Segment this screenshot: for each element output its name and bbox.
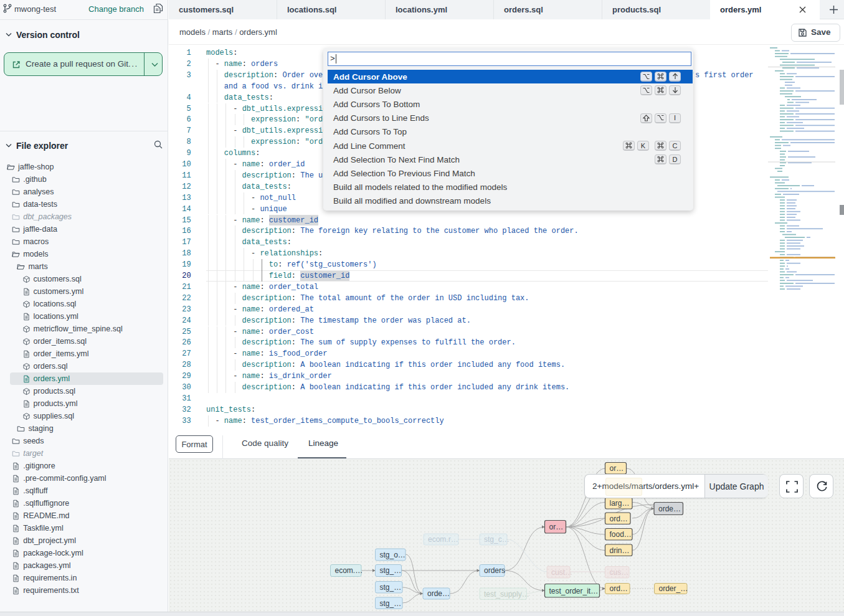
svg-text:orders: orders <box>484 566 505 575</box>
svg-text:larg…: larg… <box>610 499 630 508</box>
svg-text:test_order_it…: test_order_it… <box>549 587 599 595</box>
svg-text:ecom.r…: ecom.r… <box>428 535 458 544</box>
svg-text:or…: or… <box>610 464 624 473</box>
svg-text:stg_o…: stg_o… <box>380 551 405 559</box>
svg-text:stg_…: stg_… <box>380 599 402 608</box>
svg-text:stg_…: stg_… <box>380 583 402 592</box>
svg-text:stg_c…: stg_c… <box>484 535 510 544</box>
svg-text:ord…: ord… <box>610 584 628 593</box>
svg-text:test_supply…: test_supply… <box>484 590 529 599</box>
svg-text:ecom.…: ecom.… <box>335 566 363 575</box>
svg-text:order_…: order_… <box>659 584 688 593</box>
svg-text:orde…: orde… <box>427 589 450 598</box>
svg-text:or…: or… <box>549 523 564 531</box>
svg-text:drin…: drin… <box>610 546 630 555</box>
svg-text:orde…: orde… <box>658 505 681 513</box>
svg-text:cus…: cus… <box>610 568 629 577</box>
svg-text:stg_…: stg_… <box>380 566 402 575</box>
svg-text:cust…: cust… <box>551 568 572 577</box>
svg-text:ord…: ord… <box>610 514 628 523</box>
svg-text:food…: food… <box>610 530 632 539</box>
